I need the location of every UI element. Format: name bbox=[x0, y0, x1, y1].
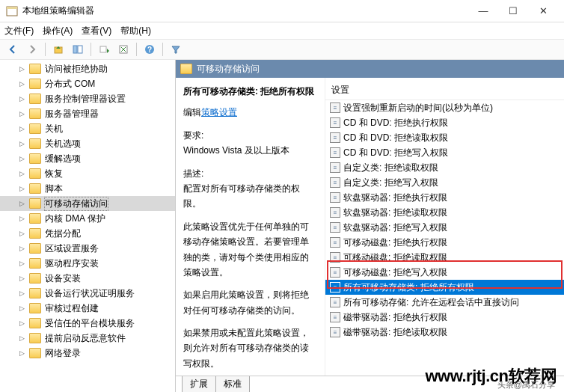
show-hide-tree-button[interactable] bbox=[70, 41, 86, 58]
expand-icon[interactable]: ▷ bbox=[18, 260, 26, 268]
folder-icon bbox=[29, 168, 41, 179]
list-item[interactable]: ≡可移动磁盘: 拒绝读取权限 bbox=[325, 250, 564, 265]
tree-item[interactable]: ▷关机选项 bbox=[0, 136, 175, 151]
expand-icon[interactable]: ▷ bbox=[18, 110, 26, 118]
tree-item[interactable]: ▷分布式 COM bbox=[0, 76, 175, 91]
expand-icon[interactable]: ▷ bbox=[18, 275, 26, 283]
policy-icon: ≡ bbox=[330, 312, 340, 322]
expand-icon[interactable]: ▷ bbox=[18, 155, 26, 163]
tree-item-label: 分布式 COM bbox=[45, 78, 95, 91]
expand-icon[interactable]: ▷ bbox=[18, 185, 26, 193]
tree-item[interactable]: ▷恢复 bbox=[0, 166, 175, 181]
list-item-label: 设置强制重新启动的时间(以秒为单位) bbox=[343, 102, 493, 114]
minimize-button[interactable]: — bbox=[468, 1, 498, 22]
list-item[interactable]: ≡软盘驱动器: 拒绝写入权限 bbox=[325, 220, 564, 235]
tree-item[interactable]: ▷服务器管理器 bbox=[0, 106, 175, 121]
list-item[interactable]: ≡磁带驱动器: 拒绝执行权限 bbox=[325, 310, 564, 325]
expand-icon[interactable]: ▷ bbox=[18, 290, 26, 298]
list-item[interactable]: ≡CD 和 DVD: 拒绝写入权限 bbox=[325, 145, 564, 160]
list-item[interactable]: ≡设置强制重新启动的时间(以秒为单位) bbox=[325, 100, 564, 115]
menu-file[interactable]: 文件(F) bbox=[4, 25, 34, 37]
path-header-text: 可移动存储访问 bbox=[197, 63, 260, 76]
list-column-header[interactable]: 设置 bbox=[325, 81, 564, 100]
tree-item[interactable]: ▷设备安装 bbox=[0, 271, 175, 286]
tree-item-label: 驱动程序安装 bbox=[45, 257, 99, 270]
expand-icon[interactable]: ▷ bbox=[18, 140, 26, 148]
policy-icon: ≡ bbox=[330, 147, 340, 158]
tree-item[interactable]: ▷审核过程创建 bbox=[0, 301, 175, 316]
folder-icon bbox=[29, 228, 41, 239]
tree-item[interactable]: ▷区域设置服务 bbox=[0, 241, 175, 256]
folder-icon bbox=[29, 348, 41, 358]
tree-item[interactable]: ▷受信任的平台模块服务 bbox=[0, 316, 175, 331]
menu-action[interactable]: 操作(A) bbox=[43, 25, 73, 37]
expand-icon[interactable]: ▷ bbox=[18, 349, 26, 358]
policy-icon: ≡ bbox=[330, 252, 340, 263]
expand-icon[interactable]: ▷ bbox=[18, 230, 26, 238]
tree-item[interactable]: ▷驱动程序安装 bbox=[0, 256, 175, 271]
attribution-text: 头条@禹石分享 bbox=[497, 379, 555, 391]
list-item[interactable]: ≡可移动磁盘: 拒绝执行权限 bbox=[325, 235, 564, 250]
back-button[interactable] bbox=[4, 41, 21, 58]
tree-item[interactable]: ▷关机 bbox=[0, 121, 175, 136]
expand-icon[interactable]: ▷ bbox=[18, 95, 26, 103]
close-button[interactable]: ✕ bbox=[528, 1, 558, 22]
expand-icon[interactable]: ▷ bbox=[18, 215, 26, 223]
tree-item[interactable]: ▷提前启动反恶意软件 bbox=[0, 331, 175, 346]
refresh-button[interactable] bbox=[115, 41, 132, 58]
list-item-label: 磁带驱动器: 拒绝读取权限 bbox=[343, 326, 447, 339]
expand-icon[interactable]: ▷ bbox=[18, 200, 26, 208]
expand-icon[interactable]: ▷ bbox=[18, 125, 26, 133]
list-item[interactable]: ≡所有可移动存储: 允许在远程会话中直接访问 bbox=[325, 295, 564, 310]
folder-icon bbox=[29, 258, 41, 269]
menu-help[interactable]: 帮助(H) bbox=[120, 25, 151, 37]
list-item[interactable]: ≡CD 和 DVD: 拒绝执行权限 bbox=[325, 115, 564, 130]
tree-item[interactable]: ▷凭据分配 bbox=[0, 226, 175, 241]
toolbar-separator bbox=[91, 43, 91, 56]
tree-item[interactable]: ▷缓解选项 bbox=[0, 151, 175, 166]
menu-view[interactable]: 查看(V) bbox=[82, 25, 111, 37]
help-button[interactable]: ? bbox=[141, 41, 158, 58]
edit-policy-link[interactable]: 策略设置 bbox=[201, 107, 237, 117]
tree-item-label: 内核 DMA 保护 bbox=[45, 212, 105, 225]
tree-pane[interactable]: ▷访问被拒绝协助▷分布式 COM▷服务控制管理器设置▷服务器管理器▷关机▷关机选… bbox=[0, 60, 176, 392]
tree-item[interactable]: ▷脚本 bbox=[0, 181, 175, 196]
settings-list[interactable]: 设置 ≡设置强制重新启动的时间(以秒为单位)≡CD 和 DVD: 拒绝执行权限≡… bbox=[325, 78, 564, 376]
forward-button[interactable] bbox=[24, 41, 40, 58]
list-item[interactable]: ≡CD 和 DVD: 拒绝读取权限 bbox=[325, 130, 564, 145]
policy-icon: ≡ bbox=[330, 282, 340, 293]
tree-item-label: 恢复 bbox=[45, 168, 63, 180]
tree-item-label: 关机选项 bbox=[45, 138, 81, 150]
list-item[interactable]: ≡磁带驱动器: 拒绝读取权限 bbox=[325, 325, 564, 340]
expand-icon[interactable]: ▷ bbox=[18, 170, 26, 178]
expand-icon[interactable]: ▷ bbox=[18, 319, 26, 328]
filter-button[interactable] bbox=[168, 41, 184, 58]
tab-standard[interactable]: 标准 bbox=[215, 376, 250, 392]
tree-item-label: 访问被拒绝协助 bbox=[45, 63, 108, 76]
export-button[interactable] bbox=[96, 41, 112, 58]
list-item[interactable]: ≡自定义类: 拒绝读取权限 bbox=[325, 160, 564, 175]
tree-item[interactable]: ▷内核 DMA 保护 bbox=[0, 211, 175, 226]
list-item[interactable]: ≡软盘驱动器: 拒绝读取权限 bbox=[325, 205, 564, 220]
folder-icon bbox=[29, 213, 41, 224]
list-item[interactable]: ≡所有可移动存储类: 拒绝所有权限 bbox=[325, 280, 564, 295]
tree-item[interactable]: ▷服务控制管理器设置 bbox=[0, 91, 175, 106]
expand-icon[interactable]: ▷ bbox=[18, 65, 26, 73]
up-button[interactable] bbox=[50, 41, 67, 58]
expand-icon[interactable]: ▷ bbox=[18, 245, 26, 253]
list-item[interactable]: ≡自定义类: 拒绝写入权限 bbox=[325, 175, 564, 190]
svg-rect-1 bbox=[7, 7, 17, 9]
list-item-label: CD 和 DVD: 拒绝读取权限 bbox=[343, 132, 448, 144]
list-item[interactable]: ≡可移动磁盘: 拒绝写入权限 bbox=[325, 265, 564, 280]
tree-item[interactable]: ▷访问被拒绝协助 bbox=[0, 61, 175, 76]
tab-extended[interactable]: 扩展 bbox=[182, 376, 216, 392]
list-item[interactable]: ≡软盘驱动器: 拒绝执行权限 bbox=[325, 190, 564, 205]
maximize-button[interactable]: ☐ bbox=[498, 1, 528, 22]
tree-item[interactable]: ▷设备运行状况证明服务 bbox=[0, 286, 175, 301]
expand-icon[interactable]: ▷ bbox=[18, 304, 26, 313]
expand-icon[interactable]: ▷ bbox=[18, 80, 26, 88]
tree-item[interactable]: ▷可移动存储访问 bbox=[0, 196, 175, 211]
tree-item[interactable]: ▷网络登录 bbox=[0, 346, 175, 361]
description-para3: 如果禁用或未配置此策略设置，则允许对所有可移动存储类的读写权限。 bbox=[183, 325, 317, 371]
expand-icon[interactable]: ▷ bbox=[18, 334, 26, 343]
